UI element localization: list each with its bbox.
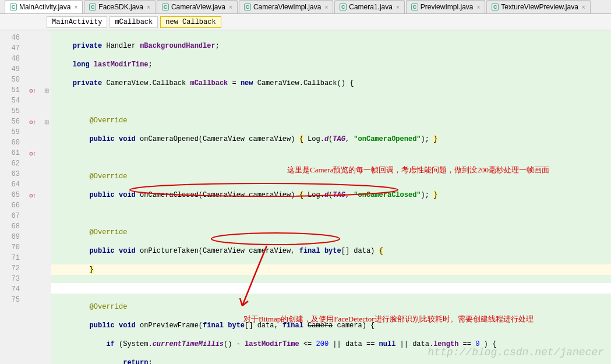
override-marker[interactable]: o↑ <box>23 116 42 127</box>
tab-label: CameraView.java <box>171 3 225 11</box>
close-icon[interactable]: × <box>476 4 480 10</box>
close-icon[interactable]: × <box>324 4 328 10</box>
breadcrumb-class[interactable]: MainActivity <box>47 16 107 28</box>
tab-label: MainActivity.java <box>19 3 70 11</box>
java-class-icon: C <box>89 3 96 10</box>
gutter-markers: o↑ o↑ o↑ o↑ <box>23 30 42 364</box>
java-class-icon: C <box>492 3 499 10</box>
override-marker[interactable]: o↑ <box>23 85 42 96</box>
close-icon[interactable]: × <box>147 4 150 10</box>
fold-gutter: ⊞ ⊞ <box>42 30 51 364</box>
tab-label: TextureViewPreview.java <box>501 3 578 11</box>
line-number-gutter: 4647484950515455565960616263646566676869… <box>0 30 23 364</box>
tab-preview-impl[interactable]: CPreviewImpl.java× <box>406 0 486 13</box>
breadcrumb-bar: MainActivity mCallback new Callback <box>0 14 611 30</box>
editor-tab-bar: CMainActivity.java× CFaceSDK.java× CCame… <box>0 0 611 14</box>
tab-main-activity[interactable]: CMainActivity.java× <box>5 0 83 13</box>
code-area[interactable]: private Handler mBackgroundHandler; long… <box>51 30 611 364</box>
java-class-icon: C <box>411 3 418 10</box>
close-icon[interactable]: × <box>229 4 232 10</box>
override-marker[interactable]: o↑ <box>23 148 42 158</box>
breadcrumb-anon[interactable]: new Callback <box>160 16 221 28</box>
tab-camera1[interactable]: CCamera1.java× <box>334 0 405 13</box>
fold-expand-icon[interactable]: ⊞ <box>42 116 51 127</box>
java-class-icon: C <box>340 3 347 10</box>
java-class-icon: C <box>162 3 169 10</box>
close-icon[interactable]: × <box>74 4 77 10</box>
tab-label: FaceSDK.java <box>98 3 143 11</box>
close-icon[interactable]: × <box>396 4 400 10</box>
tab-camera-view[interactable]: CCameraView.java× <box>157 0 238 13</box>
tab-face-sdk[interactable]: CFaceSDK.java× <box>84 0 156 13</box>
code-editor: 4647484950515455565960616263646566676869… <box>0 30 611 364</box>
fold-expand-icon[interactable]: ⊞ <box>42 85 51 96</box>
java-class-icon: C <box>10 3 17 10</box>
tab-label: Camera1.java <box>349 3 393 11</box>
tab-camera-view-impl[interactable]: CCameraViewImpl.java× <box>239 0 333 13</box>
tab-label: PreviewImpl.java <box>421 3 474 11</box>
breadcrumb-field[interactable]: mCallback <box>110 16 158 28</box>
java-class-icon: C <box>244 3 251 10</box>
close-icon[interactable]: × <box>582 4 585 10</box>
tab-label: CameraViewImpl.java <box>253 3 322 11</box>
tab-texture-view-preview[interactable]: CTextureViewPreview.java× <box>486 0 590 13</box>
line-number: 46 <box>0 33 23 43</box>
override-marker[interactable]: o↑ <box>23 190 42 200</box>
